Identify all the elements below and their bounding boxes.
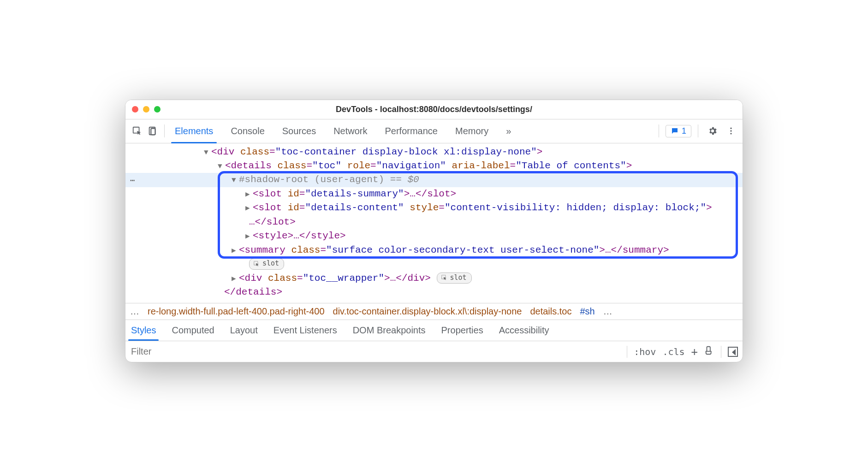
slot-target-icon — [441, 274, 447, 281]
tab-sources[interactable]: Sources — [281, 126, 317, 136]
svg-point-6 — [730, 133, 731, 134]
new-style-rule-button[interactable]: + — [691, 345, 698, 358]
slot-reveal-pill[interactable]: slot — [125, 257, 743, 271]
crumb-overflow-right[interactable]: … — [603, 306, 612, 317]
dom-node-slot-content-close[interactable]: …</slot> — [125, 215, 743, 229]
subtab-dom-breakpoints[interactable]: DOM Breakpoints — [353, 325, 426, 336]
crumb-item[interactable]: div.toc-container.display-block.xl\:disp… — [333, 306, 522, 317]
issues-icon — [671, 127, 679, 135]
toggle-computed-sidebar-icon[interactable] — [728, 347, 738, 357]
separator — [627, 346, 627, 358]
devtools-window: DevTools - localhost:8080/docs/devtools/… — [125, 100, 743, 363]
device-toolbar-icon[interactable] — [145, 123, 161, 139]
titlebar: DevTools - localhost:8080/docs/devtools/… — [125, 100, 743, 119]
dom-node-div-toc-wrapper[interactable]: ▶<div class="toc__wrapper">…</div> slot — [125, 272, 743, 285]
styles-panel-tabs: Styles Computed Layout Event Listeners D… — [125, 320, 743, 341]
svg-point-5 — [730, 130, 731, 131]
slot-reveal-pill[interactable]: slot — [437, 272, 472, 284]
toolbar-right: 1 — [655, 123, 739, 139]
crumb-item[interactable]: details.toc — [530, 306, 571, 317]
paint-brush-icon[interactable] — [704, 345, 714, 358]
separator — [721, 346, 721, 358]
subtab-computed[interactable]: Computed — [172, 325, 214, 336]
subtab-layout[interactable]: Layout — [230, 325, 258, 336]
issues-count: 1 — [682, 126, 686, 136]
slot-target-icon — [253, 261, 260, 267]
subtab-accessibility[interactable]: Accessibility — [499, 325, 549, 336]
zoom-window-button[interactable] — [154, 106, 161, 113]
window-title: DevTools - localhost:8080/docs/devtools/… — [336, 105, 532, 114]
styles-filter-bar: :hov .cls + — [125, 341, 743, 362]
toggle-hov-button[interactable]: :hov — [634, 346, 656, 357]
tab-performance[interactable]: Performance — [384, 126, 439, 136]
svg-point-4 — [730, 128, 731, 129]
main-toolbar: Elements Console Sources Network Perform… — [125, 119, 743, 143]
crumb-overflow-left[interactable]: … — [130, 306, 139, 317]
tabs-overflow[interactable]: » — [505, 126, 512, 136]
dom-tree[interactable]: ▼<div class="toc-container display-block… — [125, 143, 743, 303]
subtab-properties[interactable]: Properties — [441, 325, 483, 336]
settings-icon[interactable] — [705, 123, 720, 139]
inspect-element-icon[interactable] — [129, 123, 145, 139]
toolbar-separator — [659, 124, 659, 137]
subtab-event-listeners[interactable]: Event Listeners — [273, 325, 337, 336]
tab-console[interactable]: Console — [230, 126, 265, 136]
crumb-item[interactable]: re-long.width-full.pad-left-400.pad-righ… — [148, 306, 325, 317]
dom-node-details[interactable]: ▼<details class="toc" role="navigation" … — [125, 159, 743, 173]
dom-node-style[interactable]: ▶<style>…</style> — [125, 229, 743, 243]
close-window-button[interactable] — [132, 106, 138, 113]
subtab-styles[interactable]: Styles — [131, 325, 156, 336]
toggle-cls-button[interactable]: .cls — [662, 346, 684, 357]
toolbar-separator — [698, 124, 698, 137]
styles-filter-input[interactable] — [130, 346, 627, 357]
dom-node-slot-summary[interactable]: ▶<slot id="details-summary">…</slot> — [125, 187, 743, 201]
tab-memory[interactable]: Memory — [454, 126, 489, 136]
svg-rect-2 — [151, 129, 155, 135]
crumb-item-active[interactable]: #sh — [580, 306, 595, 317]
dom-node-div-toc-container[interactable]: ▼<div class="toc-container display-block… — [125, 145, 743, 159]
breadcrumb[interactable]: … re-long.width-full.pad-left-400.pad-ri… — [125, 303, 743, 320]
dom-node-summary[interactable]: ▶<summary class="surface color-secondary… — [125, 243, 743, 257]
tab-elements[interactable]: Elements — [174, 126, 214, 136]
toolbar-separator — [164, 124, 165, 137]
tab-network[interactable]: Network — [333, 126, 368, 136]
dom-node-slot-content[interactable]: ▶<slot id="details-content" style="conte… — [125, 201, 743, 215]
dom-node-details-close[interactable]: </details> — [125, 285, 743, 299]
minimize-window-button[interactable] — [143, 106, 149, 113]
issues-badge[interactable]: 1 — [666, 125, 691, 137]
dom-node-shadow-root[interactable]: ▼#shadow-root (user-agent) == $0 — [125, 173, 743, 187]
panel-tabs: Elements Console Sources Network Perform… — [168, 126, 655, 136]
more-icon[interactable] — [723, 123, 739, 139]
window-controls — [132, 106, 161, 113]
